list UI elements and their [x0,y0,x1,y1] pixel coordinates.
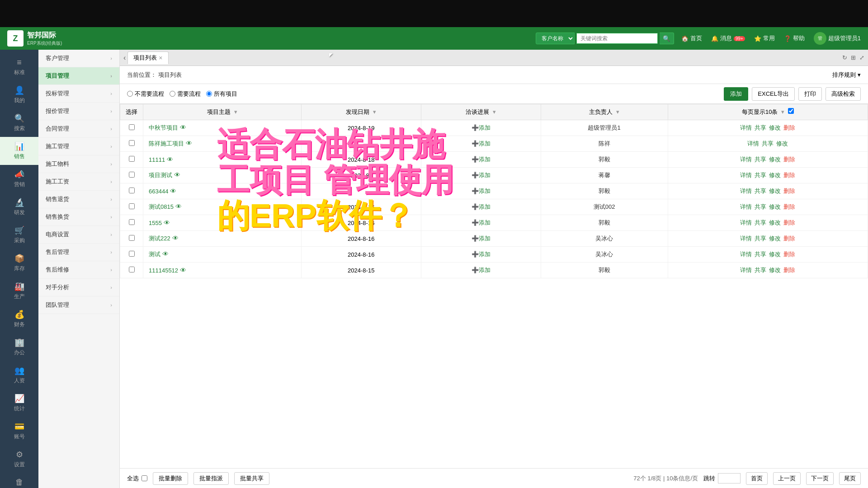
action-详情-link[interactable]: 详情 [740,124,752,131]
sidebar-item-contract-mgmt[interactable]: 合同管理 › [38,120,119,138]
action-共享-link[interactable]: 共享 [755,124,766,131]
sidebar-item-quote-mgmt[interactable]: 报价管理 › [38,103,119,120]
action-删除-link[interactable]: 删除 [783,156,795,163]
sidebar-item-bid-mgmt[interactable]: 投标管理 › [38,85,119,103]
advanced-search-button[interactable]: 高级检索 [826,87,861,101]
action-共享-link[interactable]: 共享 [755,188,766,194]
sidebar-item-after-sales-repair[interactable]: 售后维修 › [38,261,119,279]
sidebar-item-ecommerce-settings[interactable]: 电商设置 › [38,226,119,244]
sidebar-item-competitor-analysis[interactable]: 对手分析 › [38,279,119,296]
view-icon[interactable]: 👁 [167,156,173,163]
action-修改-link[interactable]: 修改 [769,267,781,273]
project-link[interactable]: 测试 [149,251,160,258]
action-修改-link[interactable]: 修改 [769,251,781,258]
action-删除-link[interactable]: 删除 [783,267,795,273]
sidebar-item-purchase[interactable]: 🛒 采购 [0,221,38,249]
sidebar-item-standard[interactable]: ≡ 标准 [0,53,38,81]
sidebar-item-mine[interactable]: 👤 我的 [0,81,38,109]
select-all-container[interactable]: 全选 [127,474,147,483]
action-详情-link[interactable]: 详情 [740,188,752,194]
add-progress-button[interactable]: ➕添加 [472,124,491,131]
col-date[interactable]: 发现日期 ▾ [301,104,421,120]
project-link[interactable]: 11111 [149,156,165,163]
view-icon[interactable]: 👁 [172,235,179,242]
action-修改-link[interactable]: 修改 [776,140,788,147]
next-page-button[interactable]: 下一页 [806,472,834,485]
sidebar-item-office[interactable]: 🏢 办公 [0,333,38,361]
view-icon[interactable]: 👁 [164,219,170,226]
sidebar-item-project-mgmt[interactable]: 项目管理 › [38,67,119,85]
layout-icon[interactable]: ⊞ [851,54,856,61]
jump-input[interactable] [718,473,741,483]
last-page-button[interactable]: 尾页 [839,472,861,485]
action-详情-link[interactable]: 详情 [740,219,752,226]
project-link[interactable]: 测试222 [149,235,170,242]
row-checkbox[interactable] [129,251,135,257]
nav-notifications[interactable]: 🔔 消息 99+ [711,34,745,42]
project-link[interactable]: 项目测试 [149,172,172,178]
sidebar-item-search[interactable]: 🔍 搜索 [0,109,38,137]
batch-delete-button[interactable]: 批量删除 [153,472,188,485]
action-共享-link[interactable]: 共享 [755,156,766,163]
view-icon[interactable]: 👁 [186,140,192,147]
search-button[interactable]: 🔍 [660,33,674,44]
project-link[interactable]: 663444 [149,188,168,195]
row-checkbox[interactable] [129,172,135,178]
tab-close-button[interactable]: × [159,54,162,61]
add-progress-button[interactable]: ➕添加 [472,203,491,210]
row-checkbox[interactable] [129,140,135,146]
sidebar-item-construction-wages[interactable]: 施工工资 › [38,173,119,191]
refresh-icon[interactable]: ↻ [842,54,847,61]
batch-assign-button[interactable]: 批量指派 [193,472,229,485]
sidebar-item-accounts[interactable]: 💳 账号 [0,417,38,445]
sidebar-item-construction-materials[interactable]: 施工物料 › [38,155,119,173]
action-详情-link[interactable]: 详情 [740,235,752,242]
row-checkbox[interactable] [129,235,135,241]
sidebar-item-finance[interactable]: 💰 财务 [0,305,38,333]
prev-page-button[interactable]: 上一页 [773,472,801,485]
col-project-topic[interactable]: 项目主题 ▾ [143,104,302,120]
action-删除-link[interactable]: 删除 [783,124,795,131]
sidebar-item-inventory[interactable]: 📦 库存 [0,249,38,277]
sidebar-item-customer-mgmt[interactable]: 客户管理 › [38,50,119,67]
action-修改-link[interactable]: 修改 [769,156,781,163]
action-共享-link[interactable]: 共享 [755,267,766,273]
radio-all-projects[interactable]: 所有项目 [206,90,237,98]
action-删除-link[interactable]: 删除 [783,203,795,210]
view-icon[interactable]: 👁 [175,203,182,210]
col-owner[interactable]: 主负责人 ▾ [541,104,668,120]
nav-favorites[interactable]: ⭐ 常用 [754,34,775,42]
radio-no-process[interactable]: 不需要流程 [127,90,164,98]
sidebar-item-research[interactable]: 🔬 研发 [0,193,38,221]
add-progress-button[interactable]: ➕添加 [472,219,491,226]
action-共享-link[interactable]: 共享 [755,219,766,226]
col-visible-checkbox[interactable] [788,108,794,114]
sidebar-item-hr[interactable]: 👥 人资 [0,361,38,389]
sidebar-item-sales-return[interactable]: 销售退货 › [38,191,119,208]
project-link[interactable]: 中秋节项目 [149,124,178,131]
action-修改-link[interactable]: 修改 [769,235,781,242]
project-link[interactable]: 陈祥施工项目 [149,140,184,147]
sidebar-item-construction-mgmt[interactable]: 施工管理 › [38,138,119,155]
action-修改-link[interactable]: 修改 [769,219,781,226]
action-删除-link[interactable]: 删除 [783,188,795,194]
row-checkbox[interactable] [129,203,135,209]
action-详情-link[interactable]: 详情 [740,251,752,258]
col-progress[interactable]: 洽谈进展 ▾ [421,104,541,120]
action-修改-link[interactable]: 修改 [769,203,781,210]
sidebar-item-sales-exchange[interactable]: 销售换货 › [38,208,119,226]
action-详情-link[interactable]: 详情 [740,267,752,273]
action-详情-link[interactable]: 详情 [740,203,752,210]
nav-home[interactable]: 🏠 首页 [681,34,702,42]
action-共享-link[interactable]: 共享 [755,251,766,258]
select-all-checkbox[interactable] [142,475,147,481]
sidebar-item-settings[interactable]: ⚙ 设置 [0,445,38,473]
add-progress-button[interactable]: ➕添加 [472,156,491,163]
col-per-page[interactable]: 每页显示10条 ▾ [668,104,868,120]
action-详情-link[interactable]: 详情 [740,172,752,178]
sidebar-item-stats[interactable]: 📈 统计 [0,389,38,417]
row-checkbox[interactable] [129,124,135,130]
action-详情-link[interactable]: 详情 [747,140,759,147]
action-共享-link[interactable]: 共享 [762,140,774,147]
add-button[interactable]: 添加 [724,87,748,101]
